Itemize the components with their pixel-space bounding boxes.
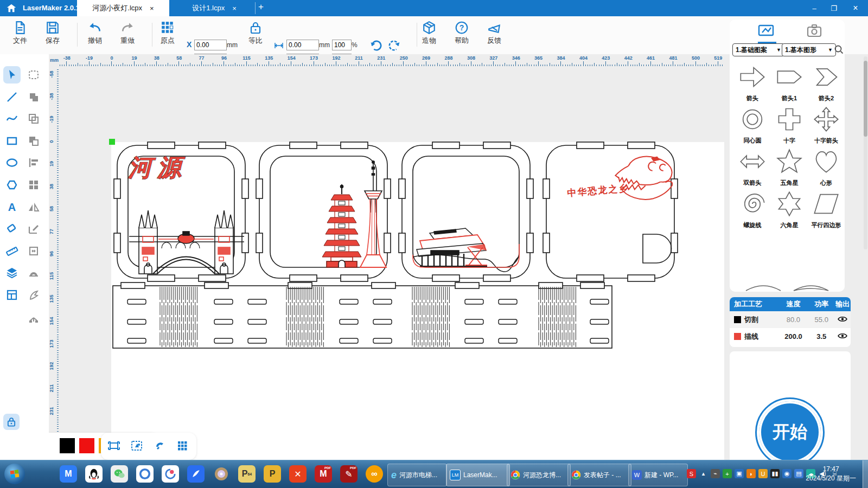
undo-button[interactable]: 撤销 xyxy=(79,21,111,46)
color-swatch-black[interactable] xyxy=(60,438,75,453)
search-icon[interactable] xyxy=(834,44,844,56)
category-dropdown-2[interactable]: 1.基本图形▼ xyxy=(782,43,836,56)
weld-tool[interactable] xyxy=(25,88,42,106)
tab-close-icon[interactable]: × xyxy=(232,4,237,12)
feedback-button[interactable]: 反馈 xyxy=(478,21,510,46)
tab-gallery[interactable] xyxy=(758,24,776,43)
frame-tool-icon[interactable] xyxy=(106,438,122,453)
fit-view-icon[interactable] xyxy=(129,438,144,453)
process-row-engrave[interactable]: 描线 200.0 3.5 xyxy=(730,328,851,345)
pd64-app-icon[interactable]: P64 xyxy=(238,465,256,483)
array-tool[interactable] xyxy=(25,176,42,194)
brk-tool[interactable] xyxy=(25,309,42,326)
sogou-tray-icon[interactable]: S xyxy=(687,469,696,478)
ellipse-tool[interactable] xyxy=(3,154,21,171)
help-button[interactable]: ? 帮助 xyxy=(446,21,477,46)
ruler-tool[interactable] xyxy=(3,242,21,260)
marquee-tool[interactable] xyxy=(25,66,42,84)
library-scrollbar[interactable] xyxy=(864,56,867,249)
lock-ratio-button[interactable]: 等比 xyxy=(240,21,271,46)
shape-item-4[interactable]: 十字 xyxy=(772,105,807,145)
offset-tool[interactable] xyxy=(25,264,42,281)
mirror-tool[interactable] xyxy=(25,198,42,216)
ie-window-button[interactable]: e 河源市电梯... xyxy=(387,464,447,486)
process-row-cut[interactable]: 切割 80.0 55.0 xyxy=(730,311,851,328)
scrollbar-thumb[interactable] xyxy=(864,61,867,137)
cut-color-swatch[interactable] xyxy=(734,316,741,323)
file-button[interactable]: 文件 xyxy=(4,21,36,46)
width-input[interactable] xyxy=(286,40,319,50)
shape-item-8[interactable]: 心形 xyxy=(809,147,844,187)
360-icon[interactable] xyxy=(162,465,179,483)
work-area[interactable] xyxy=(111,142,724,460)
origin-button[interactable]: 原点 xyxy=(152,21,183,46)
line-tool[interactable] xyxy=(3,88,21,106)
shield-tray-icon[interactable]: U xyxy=(758,469,768,478)
shape-item-11[interactable]: 平行四边形 xyxy=(809,190,844,229)
snap-magnet-icon[interactable] xyxy=(152,438,167,453)
wing-app-icon[interactable] xyxy=(187,465,205,483)
align-tool[interactable] xyxy=(25,154,42,171)
m-app-icon[interactable]: M xyxy=(60,465,77,483)
category-dropdown-1[interactable]: 1.基础图案▼ xyxy=(732,43,784,56)
text-tool[interactable]: A xyxy=(3,198,21,216)
tab-camera[interactable] xyxy=(807,24,822,40)
select-tool[interactable] xyxy=(3,66,21,84)
taskbar-clock[interactable]: 17:47 2024/5/20 星期一 xyxy=(806,465,856,483)
shape-item-7[interactable]: 五角星 xyxy=(772,147,807,187)
stats-tray-icon[interactable]: ▮▮ xyxy=(770,469,780,478)
doc-tray-icon[interactable]: ▤ xyxy=(794,469,803,478)
link-app-icon[interactable]: ∞ xyxy=(366,465,383,483)
start-button[interactable]: 开始 xyxy=(759,401,821,463)
doc-tab-active[interactable]: 河源小夜灯.lcpx × xyxy=(77,0,169,16)
tab-close-icon[interactable]: × xyxy=(150,4,154,12)
start-button-windows[interactable] xyxy=(4,464,25,484)
rotate-cw-icon[interactable] xyxy=(386,38,401,55)
usb-icon[interactable]: ⌁ xyxy=(711,469,720,478)
wechat-icon[interactable] xyxy=(111,465,128,483)
create-button[interactable]: 造物 xyxy=(413,21,445,46)
new-tab-button[interactable]: + xyxy=(258,2,264,12)
polygon-tool[interactable] xyxy=(3,176,21,194)
chrome-window-button-2[interactable]: 发表帖子 - ... xyxy=(567,464,631,486)
nodepen-tool[interactable] xyxy=(25,220,42,237)
shape-item-3[interactable]: 同心圆 xyxy=(735,105,770,145)
lasermaker-window-button[interactable]: LM LaserMak... xyxy=(446,464,510,486)
visibility-eye-icon[interactable] xyxy=(835,316,851,324)
grid-toggle-icon[interactable] xyxy=(175,438,190,453)
pdf-reader-icon[interactable]: MPDF xyxy=(315,465,332,483)
browser-circle-icon[interactable] xyxy=(136,465,154,483)
canvas[interactable]: mm -38-190193858779611513515417319221123… xyxy=(49,54,724,460)
rotate-ccw-icon[interactable] xyxy=(369,38,384,55)
shape-row-clipped[interactable] xyxy=(742,279,833,292)
lock-canvas-button[interactable] xyxy=(3,414,20,430)
pd-app-icon[interactable]: P xyxy=(264,465,281,483)
x-app-icon[interactable]: ✕ xyxy=(289,465,307,483)
security-tray-icon[interactable]: + xyxy=(723,469,732,478)
clone-tool[interactable] xyxy=(25,110,42,127)
curve-tool[interactable] xyxy=(3,110,21,127)
table-tool[interactable] xyxy=(3,286,21,304)
shape-item-6[interactable]: 双箭头 xyxy=(735,147,770,187)
shape-item-9[interactable]: 螺旋线 xyxy=(735,190,770,229)
engrave-color-swatch[interactable] xyxy=(734,333,741,340)
subtract-tool[interactable] xyxy=(25,132,42,150)
show-desktop-button[interactable] xyxy=(863,460,868,488)
expand-tool[interactable] xyxy=(25,242,42,260)
shape-item-2[interactable]: 箭头2 xyxy=(809,63,844,102)
close-button[interactable]: × xyxy=(846,0,865,16)
color-swatch-red[interactable] xyxy=(79,438,94,453)
disc-icon[interactable] xyxy=(213,465,230,483)
chrome-window-button-1[interactable]: 河源恐龙博... xyxy=(507,464,571,486)
qq-tray-icon[interactable]: ◉ xyxy=(782,469,792,478)
qq-icon[interactable] xyxy=(85,465,103,483)
shape-item-0[interactable]: 箭头 xyxy=(735,63,770,102)
shape-item-5[interactable]: 十字箭头 xyxy=(809,105,844,145)
eraser-tool[interactable] xyxy=(3,220,21,237)
width-pct-input[interactable] xyxy=(332,40,352,50)
visibility-eye-icon[interactable] xyxy=(835,332,851,341)
shape-item-1[interactable]: 箭头1 xyxy=(772,63,807,102)
anchor-tool[interactable] xyxy=(25,286,42,304)
pdf-editor-icon[interactable]: ✎PDF xyxy=(340,465,358,483)
minimize-button[interactable]: – xyxy=(805,0,824,16)
